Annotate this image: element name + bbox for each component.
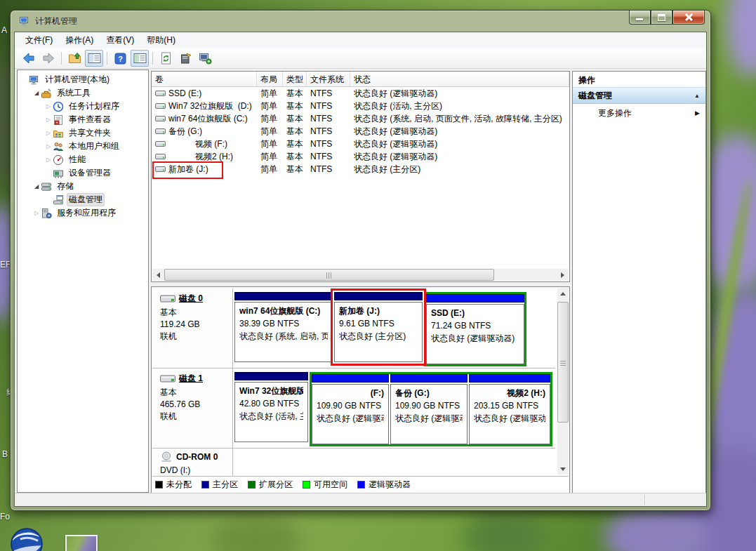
expanded-expander-icon[interactable]: ◢	[32, 183, 41, 190]
disk-info[interactable]: 磁盘 1基本465.76 GB联机	[154, 369, 233, 448]
legend-item: 可用空间	[303, 479, 347, 491]
volume-row[interactable]: SSD (E:)简单基本NTFS状态良好 (逻辑驱动器)	[152, 87, 569, 100]
menu-item-3[interactable]: 帮助(H)	[140, 32, 182, 48]
disk-graphical-panel: 磁盘 0基本119.24 GB联机win7 64位旗舰版 (C:)38.39 G…	[151, 286, 570, 493]
minimize-button[interactable]	[629, 11, 651, 25]
expanded-expander-icon[interactable]: ◢	[32, 90, 41, 96]
tree-item-disk-management[interactable]: 磁盘管理	[18, 193, 148, 206]
column-header-4[interactable]: 状态	[350, 72, 569, 86]
system-tools-icon	[41, 88, 53, 99]
scroll-thumb[interactable]	[164, 269, 494, 281]
back-button[interactable]	[20, 50, 38, 67]
partition[interactable]: win7 64位旗舰版 (C:)38.39 GB NTFS状态良好 (系统, 启…	[234, 292, 333, 362]
partition-label: win7 64位旗舰版 (C:)	[239, 305, 328, 317]
properties-button[interactable]	[176, 50, 194, 67]
partition[interactable]: Win7 32位旗舰版 (D:)42.80 GB NTFS状态良好 (活动, 主…	[234, 372, 308, 442]
column-header-3[interactable]: 文件系统	[307, 72, 350, 86]
logical-partition-band	[469, 374, 550, 383]
column-header-0[interactable]: 卷	[152, 72, 257, 86]
volume-name: 视频 (F:)	[168, 138, 227, 150]
column-header-1[interactable]: 布局	[257, 72, 283, 86]
forward-button[interactable]	[39, 50, 58, 67]
logical-partition-band	[390, 374, 467, 383]
disk-console-button[interactable]	[196, 50, 214, 67]
primary-partition-band	[334, 292, 423, 300]
tree-item-performance[interactable]: ▷性能	[18, 153, 148, 166]
primary-partition-band	[234, 372, 308, 380]
horizontal-scrollbar[interactable]	[152, 269, 569, 281]
title-bar[interactable]: 计算机管理	[11, 11, 710, 32]
tree-item-system-tools[interactable]: ◢系统工具	[18, 86, 148, 100]
partition[interactable]: 备份 (G:)109.90 GB NTFS状态良好 (逻辑驱动器)	[390, 374, 467, 444]
volume-row[interactable]: win7 64位旗舰版 (C:)简单基本NTFS状态良好 (系统, 启动, 页面…	[152, 112, 569, 125]
help-button[interactable]: ?	[111, 50, 129, 67]
menu-item-1[interactable]: 操作(A)	[59, 32, 100, 48]
scroll-track[interactable]	[164, 269, 557, 281]
collapsed-expander-icon[interactable]: ▷	[44, 103, 53, 109]
volume-name-cell: 新加卷 (J:)	[152, 164, 257, 175]
photo-file-icon[interactable]	[65, 535, 98, 551]
grip-icon	[560, 359, 566, 366]
vertical-scrollbar[interactable]	[557, 288, 569, 474]
tree-item-local-users[interactable]: ▷本地用户和组	[18, 140, 148, 153]
legend-label: 可用空间	[314, 479, 347, 491]
google-earth-shortcut-icon[interactable]	[11, 528, 44, 551]
menu-item-0[interactable]: 文件(F)	[19, 32, 59, 48]
partition-status: 状态良好 (主分区)	[339, 330, 418, 343]
tree-item-services-apps[interactable]: ▷服务和应用程序	[18, 206, 148, 220]
collapse-arrow-icon[interactable]: ▲	[694, 93, 700, 99]
disk-management-section-header[interactable]: 磁盘管理 ▲	[573, 87, 705, 104]
scroll-right-arrow[interactable]	[557, 269, 569, 281]
partition-status: 状态良好 (逻辑驱动器)	[395, 412, 463, 425]
close-button[interactable]	[672, 11, 705, 25]
partition[interactable]: 视频2 (H:)203.15 GB NTFS状态良好 (逻辑驱动器)	[469, 374, 550, 444]
scroll-left-arrow[interactable]	[152, 269, 164, 281]
volume-row[interactable]: 视频2 (H:)简单基本NTFS状态良好 (逻辑驱动器)	[152, 150, 569, 163]
volume-row[interactable]: 新加卷 (J:)简单基本NTFS状态良好 (主分区)	[152, 163, 569, 175]
volume-status: 状态良好 (逻辑驱动器)	[350, 138, 569, 150]
partition-status: 状态良好 (逻辑驱动器)	[431, 332, 519, 345]
collapsed-expander-icon[interactable]: ▷	[44, 117, 53, 123]
legend-color-swatch	[155, 481, 163, 489]
tree-item-label: 服务和应用程序	[55, 206, 118, 220]
menu-item-2[interactable]: 查看(V)	[100, 32, 140, 48]
restore-button[interactable]	[651, 11, 672, 25]
tree-item-shared-folders[interactable]: ▷共享文件夹	[18, 126, 148, 140]
partition-body: Win7 32位旗舰版 (D:)42.80 GB NTFS状态良好 (活动, 主…	[234, 382, 308, 442]
column-header-2[interactable]: 类型	[283, 72, 307, 86]
scroll-down-arrow[interactable]	[557, 463, 569, 474]
collapsed-expander-icon[interactable]: ▷	[44, 143, 53, 150]
menu-bar: 文件(F)操作(A)查看(V)帮助(H)	[15, 32, 706, 49]
show-hide-tree-button[interactable]	[85, 50, 103, 67]
refresh-button[interactable]	[157, 50, 175, 67]
grass-blob	[211, 516, 302, 551]
tree-item-storage[interactable]: ◢存储	[18, 180, 148, 193]
partition-body: 新加卷 (J:)9.61 GB NTFS状态良好 (主分区)	[334, 302, 423, 362]
show-hide-pane-button[interactable]	[131, 50, 149, 67]
tree-item-device-manager[interactable]: 设备管理器	[18, 166, 148, 180]
cdrom-info[interactable]: CD-ROM 0 DVD (I:)	[154, 449, 233, 477]
collapsed-expander-icon[interactable]: ▷	[32, 210, 41, 216]
partition[interactable]: (F:)109.90 GB NTFS状态良好 (逻辑驱动器)	[312, 374, 389, 444]
up-folder-button[interactable]	[65, 50, 84, 67]
volume-row[interactable]: 视频 (F:)简单基本NTFS状态良好 (逻辑驱动器)	[152, 138, 569, 150]
tree-item-computer[interactable]: 计算机管理(本地)	[18, 73, 148, 86]
task-scheduler-icon	[53, 101, 65, 112]
tree-item-event-viewer[interactable]: ▷事件查看器	[18, 113, 148, 126]
partition[interactable]: SSD (E:)71.24 GB NTFS状态良好 (逻辑驱动器)	[426, 294, 524, 364]
disk-info[interactable]: 磁盘 0基本119.24 GB联机	[154, 288, 233, 368]
volume-name: 新加卷 (J:)	[168, 164, 208, 175]
drive-icon	[155, 140, 166, 148]
help-icon: ?	[114, 53, 126, 65]
collapsed-expander-icon[interactable]: ▷	[44, 130, 53, 136]
disk-name-line: 磁盘 1	[160, 373, 232, 385]
volume-row[interactable]: Win7 32位旗舰版 (D:)简单基本NTFS状态良好 (活动, 主分区)	[152, 100, 569, 112]
volume-fs: NTFS	[307, 164, 350, 174]
scroll-thumb[interactable]	[557, 302, 569, 423]
volume-row[interactable]: 备份 (G:)简单基本NTFS状态良好 (逻辑驱动器)	[152, 125, 569, 138]
scroll-up-arrow[interactable]	[557, 288, 569, 299]
more-actions-item[interactable]: 更多操作 ▶	[573, 104, 705, 122]
collapsed-expander-icon[interactable]: ▷	[44, 157, 53, 163]
tree-item-task-scheduler[interactable]: ▷任务计划程序	[18, 100, 148, 113]
partition[interactable]: 新加卷 (J:)9.61 GB NTFS状态良好 (主分区)	[334, 292, 423, 362]
